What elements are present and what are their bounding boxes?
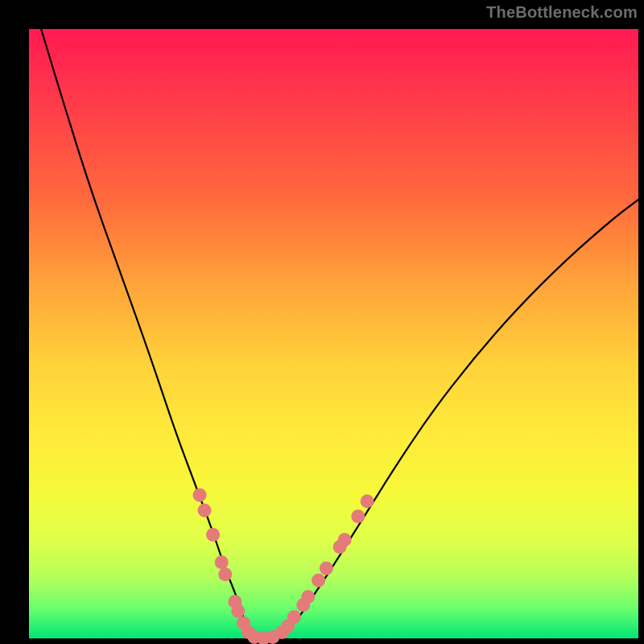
curve-dot [312, 574, 325, 588]
curve-dot [198, 504, 212, 518]
curve-dot [206, 528, 220, 542]
curve-dot [338, 533, 352, 547]
curve-dot [193, 489, 207, 502]
curve-markers [193, 489, 374, 644]
curve-svg [29, 29, 638, 638]
curve-dot [218, 568, 232, 581]
curve-dot [231, 604, 245, 617]
curve-dot [320, 561, 333, 575]
curve-dot [361, 494, 374, 508]
curve-dot [215, 555, 229, 569]
curve-dot [301, 590, 315, 604]
plot-area [29, 29, 638, 638]
curve-dot [287, 610, 301, 624]
chart-frame: TheBottleneck.com [0, 0, 644, 644]
curve-dot [351, 510, 365, 523]
watermark-text: TheBottleneck.com [486, 3, 638, 22]
